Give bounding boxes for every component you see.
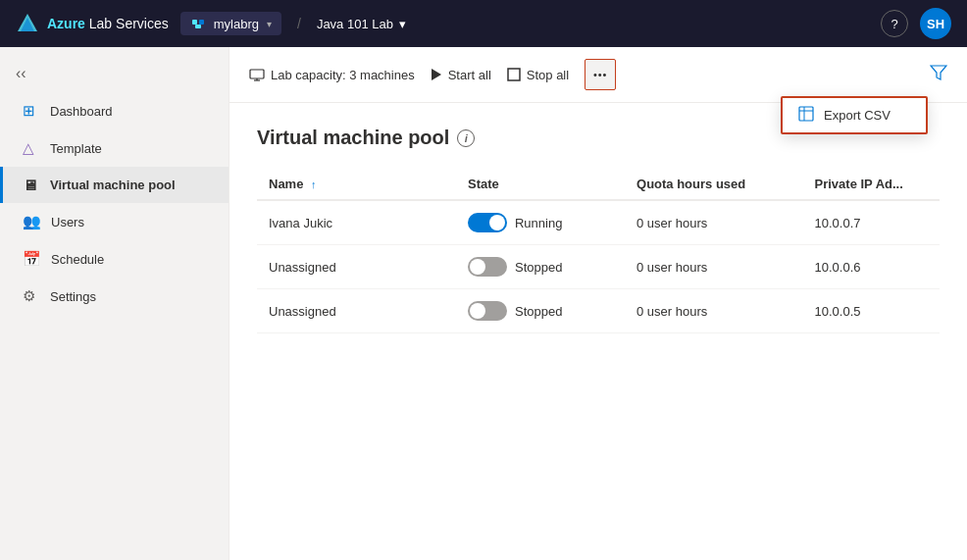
sidebar-collapse-button[interactable]: ‹‹: [0, 55, 229, 92]
toolbar: Lab capacity: 3 machines Start all Stop …: [229, 47, 967, 103]
start-all-label: Start all: [448, 68, 491, 82]
svg-rect-9: [508, 69, 520, 80]
sidebar-label-schedule: Schedule: [51, 252, 104, 267]
cell-ip: 10.0.0.5: [803, 289, 940, 333]
svg-rect-3: [199, 20, 204, 25]
table-header: Name ↑ State Quota hours used Private IP…: [257, 169, 940, 200]
sidebar-item-settings[interactable]: ⚙ Settings: [0, 278, 229, 315]
table-body: Ivana JukicRunning0 user hours10.0.0.7Un…: [257, 200, 940, 333]
vmpool-icon: 🖥: [23, 177, 40, 193]
state-label: Running: [515, 216, 562, 230]
stop-all-label: Stop all: [527, 68, 569, 82]
users-icon: 👥: [23, 213, 41, 230]
filter-icon: [930, 65, 947, 80]
lab-label: Java 101 Lab: [317, 17, 393, 31]
cell-state: Stopped: [456, 245, 625, 289]
org-selector[interactable]: mylabrg ▾: [180, 12, 281, 35]
app-logo: Azure Lab Services: [16, 12, 169, 35]
table-row: Ivana JukicRunning0 user hours10.0.0.7: [257, 200, 940, 245]
sidebar-label-dashboard: Dashboard: [50, 104, 113, 119]
settings-icon: ⚙: [23, 287, 40, 305]
sidebar-item-users[interactable]: 👥 Users: [0, 203, 229, 240]
col-header-ip: Private IP Ad...: [803, 169, 940, 200]
sidebar-item-schedule[interactable]: 📅 Schedule: [0, 240, 229, 278]
sidebar-item-dashboard[interactable]: ⊞ Dashboard: [0, 92, 229, 129]
vm-pool-table: Name ↑ State Quota hours used Private IP…: [257, 169, 940, 333]
start-all-button[interactable]: Start all: [431, 68, 491, 82]
cell-state: Running: [456, 200, 625, 245]
table-header-row: Name ↑ State Quota hours used Private IP…: [257, 169, 940, 200]
lab-capacity-indicator: Lab capacity: 3 machines: [249, 68, 415, 82]
cell-quota: 0 user hours: [625, 245, 803, 289]
col-header-quota: Quota hours used: [625, 169, 803, 200]
capacity-label: Lab capacity: 3 machines: [271, 68, 415, 82]
sidebar-label-vmpool: Virtual machine pool: [50, 178, 176, 192]
col-header-name[interactable]: Name ↑: [257, 169, 456, 200]
svg-rect-2: [192, 20, 197, 25]
dashboard-icon: ⊞: [23, 102, 40, 120]
template-icon: △: [23, 139, 40, 157]
more-options-icon: •••: [593, 69, 608, 80]
table-row: UnassignedStopped0 user hours10.0.0.5: [257, 289, 940, 333]
top-nav: Azure Lab Services mylabrg ▾ / Java 101 …: [0, 0, 967, 47]
sort-asc-icon: ↑: [311, 178, 317, 190]
export-csv-button[interactable]: Export CSV: [783, 98, 926, 132]
cell-state: Stopped: [456, 289, 625, 333]
brand-label: Azure Lab Services: [47, 16, 169, 31]
vm-toggle[interactable]: [468, 213, 507, 232]
cell-name: Unassigned: [257, 245, 456, 289]
sidebar-label-settings: Settings: [50, 289, 96, 304]
stop-all-button[interactable]: Stop all: [507, 68, 569, 82]
svg-rect-4: [195, 25, 201, 28]
stop-icon: [507, 68, 521, 81]
help-button[interactable]: ?: [881, 10, 908, 37]
cell-ip: 10.0.0.6: [803, 245, 940, 289]
export-dropdown: Export CSV: [781, 96, 928, 134]
state-label: Stopped: [515, 260, 562, 275]
azure-logo-icon: [16, 12, 39, 35]
sidebar-item-template[interactable]: △ Template: [0, 129, 229, 167]
org-chevron-icon: ▾: [267, 19, 272, 29]
vm-toggle[interactable]: [468, 257, 507, 277]
sidebar-item-vmpool[interactable]: 🖥 Virtual machine pool: [0, 167, 229, 203]
org-label: mylabrg: [214, 17, 259, 31]
collapse-icon: ‹‹: [16, 65, 26, 82]
schedule-icon: 📅: [23, 250, 41, 268]
breadcrumb-separator: /: [297, 16, 301, 31]
cell-ip: 10.0.0.7: [803, 200, 940, 245]
cell-quota: 0 user hours: [625, 289, 803, 333]
col-header-state: State: [456, 169, 625, 200]
filter-button[interactable]: [930, 65, 947, 84]
csv-icon: [798, 106, 814, 125]
vm-toggle[interactable]: [468, 301, 507, 321]
info-icon[interactable]: i: [457, 129, 475, 147]
cell-quota: 0 user hours: [625, 200, 803, 245]
app-layout: ‹‹ ⊞ Dashboard △ Template 🖥 Virtual mach…: [0, 47, 967, 560]
svg-marker-10: [931, 66, 946, 79]
cell-name: Unassigned: [257, 289, 456, 333]
table-row: UnassignedStopped0 user hours10.0.0.6: [257, 245, 940, 289]
state-label: Stopped: [515, 304, 562, 319]
monitor-icon: [249, 69, 265, 81]
cell-name: Ivana Jukic: [257, 200, 456, 245]
svg-rect-5: [250, 70, 264, 78]
main-content: Lab capacity: 3 machines Start all Stop …: [229, 47, 967, 560]
org-icon: [190, 16, 206, 31]
more-options-button[interactable]: •••: [585, 59, 616, 90]
user-avatar[interactable]: SH: [920, 8, 951, 39]
start-icon: [431, 68, 442, 81]
svg-marker-8: [432, 69, 441, 80]
table-icon: [798, 106, 814, 122]
export-csv-label: Export CSV: [824, 108, 891, 123]
lab-chevron-icon: ▾: [399, 17, 406, 31]
sidebar: ‹‹ ⊞ Dashboard △ Template 🖥 Virtual mach…: [0, 47, 229, 560]
lab-selector[interactable]: Java 101 Lab ▾: [317, 17, 406, 31]
sidebar-label-users: Users: [51, 215, 84, 229]
svg-rect-11: [799, 107, 813, 121]
sidebar-label-template: Template: [50, 141, 102, 156]
content-area: Virtual machine pool i Name ↑ State: [229, 103, 967, 560]
